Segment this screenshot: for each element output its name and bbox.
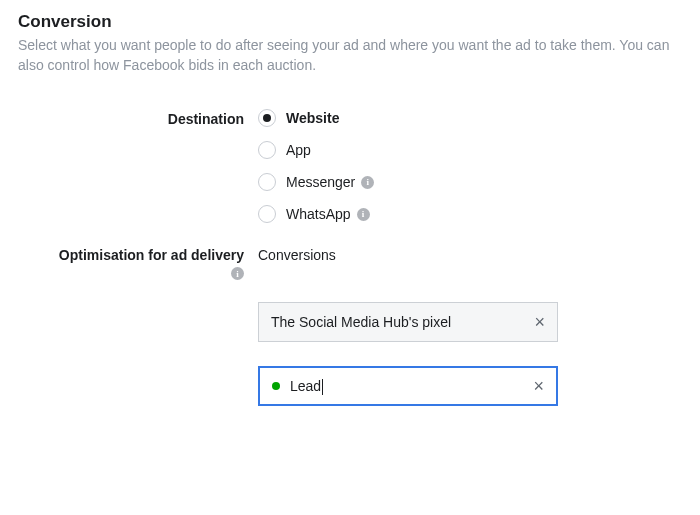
destination-option-whatsapp[interactable]: WhatsApp i [258,205,374,223]
info-icon[interactable]: i [357,208,370,221]
destination-option-app[interactable]: App [258,141,374,159]
destination-option-messenger[interactable]: Messenger i [258,173,374,191]
destination-option-website[interactable]: Website [258,109,374,127]
destination-radio-group: Website App Messenger i WhatsApp i [258,109,374,223]
clear-icon[interactable]: × [533,377,544,395]
info-icon[interactable]: i [361,176,374,189]
destination-row: Destination Website App Messenger i What… [18,109,682,223]
fields-spacer [18,302,258,304]
section-description: Select what you want people to do after … [18,36,682,75]
destination-label: Destination [18,109,258,127]
radio-label-whatsapp: WhatsApp [286,206,351,222]
radio-icon [258,173,276,191]
pixel-select[interactable]: The Social Media Hub's pixel × [258,302,558,342]
optimisation-label: Optimisation for ad delivery i [18,245,258,280]
conversion-event-text: Lead [290,378,533,395]
optimisation-value: Conversions [258,245,336,263]
radio-icon [258,205,276,223]
radio-label-messenger: Messenger [286,174,355,190]
clear-icon[interactable]: × [534,313,545,331]
optimisation-row: Optimisation for ad delivery i Conversio… [18,245,682,280]
pixel-select-text: The Social Media Hub's pixel [271,314,534,330]
conversion-event-input[interactable]: Lead × [258,366,558,406]
radio-icon [258,141,276,159]
radio-label-website: Website [286,110,339,126]
radio-label-app: App [286,142,311,158]
text-cursor [322,379,323,395]
info-icon[interactable]: i [231,267,244,280]
section-title: Conversion [18,12,682,32]
status-dot-icon [272,382,280,390]
radio-icon [258,109,276,127]
field-stack: The Social Media Hub's pixel × Lead × [258,302,558,406]
optimisation-label-text: Optimisation for ad delivery [59,247,244,263]
fields-row: The Social Media Hub's pixel × Lead × [18,302,682,406]
